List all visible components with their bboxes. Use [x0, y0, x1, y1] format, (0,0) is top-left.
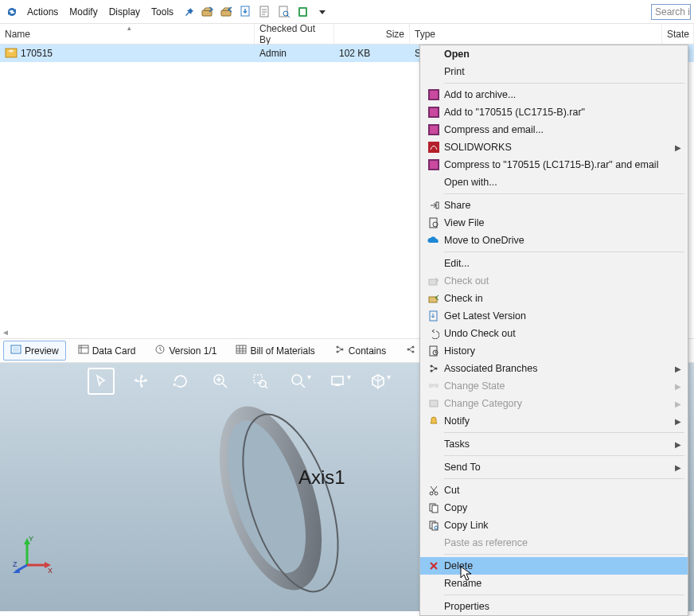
svg-rect-43 — [430, 126, 438, 134]
svg-marker-36 — [13, 568, 20, 573]
select-tool-icon[interactable] — [88, 368, 115, 395]
part-preview-graphic — [211, 395, 346, 602]
share-icon — [423, 200, 444, 211]
bell-icon — [423, 415, 444, 427]
svg-rect-25 — [335, 384, 340, 386]
preview-toolbar: ▾ ▾ ▾ — [88, 368, 393, 395]
zoom-area-tool-icon[interactable] — [247, 368, 274, 395]
copy-link-icon — [423, 520, 444, 531]
bom-icon — [236, 344, 247, 357]
display-style-tool-icon[interactable]: ▾ — [326, 368, 353, 395]
delete-icon — [423, 561, 444, 571]
doc-icon[interactable] — [256, 3, 274, 21]
tab-preview-label: Preview — [25, 345, 59, 357]
svg-rect-60 — [430, 400, 438, 407]
column-name-label: Name — [5, 29, 30, 40]
file-name: 170515 — [21, 48, 53, 59]
menu-tools[interactable]: Tools — [146, 3, 178, 21]
svg-rect-39 — [430, 91, 438, 99]
change-category-icon — [423, 398, 444, 409]
ctx-delete[interactable]: Delete — [420, 557, 688, 575]
checkin-icon — [423, 293, 444, 304]
ctx-check-out: Check out — [420, 272, 688, 290]
ctx-open[interactable]: Open — [420, 45, 688, 63]
menu-display[interactable]: Display — [104, 3, 145, 21]
ctx-edit[interactable]: Edit... — [420, 255, 688, 272]
ctx-rename[interactable]: Rename — [420, 575, 688, 592]
ctx-cut[interactable]: Cut — [420, 481, 688, 499]
dropdown-icon[interactable] — [314, 3, 331, 21]
ctx-history[interactable]: History — [420, 342, 688, 360]
ctx-check-in[interactable]: Check in — [420, 290, 688, 307]
rar-icon — [423, 124, 444, 135]
ctx-compress-named-email[interactable]: Compress to "170515 (LC1715-B).rar" and … — [420, 156, 688, 173]
checkout-icon[interactable] — [199, 3, 216, 21]
column-checked-out-by[interactable]: Checked Out By — [255, 24, 334, 44]
version-icon — [154, 344, 166, 357]
menu-modify[interactable]: Modify — [64, 3, 102, 21]
checkin-icon[interactable] — [218, 3, 236, 21]
tab-bom-label: Bill of Materials — [250, 345, 314, 357]
ctx-paste-reference: Paste as reference — [420, 534, 688, 552]
copy-icon — [423, 502, 444, 513]
data-card-icon — [78, 344, 89, 357]
ctx-move-onedrive[interactable]: Move to OneDrive — [420, 232, 688, 249]
ctx-associated-branches[interactable]: Associated Branches▶ — [420, 360, 688, 377]
file-size: 102 KB — [334, 48, 410, 59]
ctx-open-with[interactable]: Open with... — [420, 173, 688, 191]
pan-tool-icon[interactable] — [127, 368, 154, 395]
ctx-copy-link[interactable]: Copy Link — [420, 517, 688, 534]
svg-rect-59 — [435, 384, 439, 388]
ctx-add-archive[interactable]: Add to archive... — [420, 86, 688, 103]
ctx-compress-email[interactable]: Compress and email... — [420, 121, 688, 138]
book-icon[interactable] — [294, 3, 312, 21]
tab-preview[interactable]: Preview — [3, 341, 66, 361]
svg-rect-1 — [221, 10, 231, 16]
refresh-icon[interactable] — [3, 3, 21, 21]
ctx-share[interactable]: Share — [420, 197, 688, 214]
ctx-send-to[interactable]: Send To▶ — [420, 458, 688, 476]
pin-icon[interactable] — [180, 3, 197, 21]
ctx-undo-checkout[interactable]: Undo Check out — [420, 325, 688, 342]
tab-contains-label: Contains — [349, 345, 386, 357]
ctx-tasks[interactable]: Tasks▶ — [420, 435, 688, 453]
sort-asc-icon: ▴ — [127, 24, 131, 32]
tab-version-label: Version 1/1 — [169, 345, 216, 357]
svg-rect-11 — [79, 345, 88, 353]
file-checked-out-by: Admin — [255, 48, 334, 59]
tab-data-card[interactable]: Data Card — [71, 341, 143, 361]
get-icon[interactable] — [237, 3, 255, 21]
tab-bom[interactable]: Bill of Materials — [228, 341, 322, 361]
scroll-left-icon[interactable]: ◄ — [2, 328, 10, 337]
rotate-tool-icon[interactable] — [167, 368, 194, 395]
column-type[interactable]: Type — [410, 24, 662, 44]
tab-contains[interactable]: Contains — [327, 341, 393, 361]
svg-point-22 — [259, 380, 266, 387]
doc-search-icon[interactable] — [275, 3, 293, 21]
tab-version[interactable]: Version 1/1 — [147, 341, 224, 361]
cut-icon — [423, 485, 444, 496]
ctx-add-named-rar[interactable]: Add to "170515 (LC1715-B).rar" — [420, 103, 688, 121]
svg-rect-13 — [236, 345, 246, 353]
column-state[interactable]: State — [662, 24, 694, 44]
zoom-fit-tool-icon[interactable]: ▾ — [287, 368, 314, 395]
rar-icon — [423, 107, 444, 118]
ctx-get-latest[interactable]: Get Latest Version — [420, 307, 688, 325]
where-used-icon — [405, 344, 416, 357]
ctx-notify[interactable]: Notify▶ — [420, 412, 688, 430]
get-latest-icon — [423, 310, 444, 322]
search-input[interactable]: Search in — [651, 4, 691, 20]
ctx-view-file[interactable]: View File — [420, 214, 688, 232]
ctx-copy[interactable]: Copy — [420, 499, 688, 517]
zoom-in-tool-icon[interactable] — [207, 368, 234, 395]
menu-actions[interactable]: Actions — [22, 3, 63, 21]
column-name[interactable]: Name ▴ — [0, 24, 255, 44]
column-size[interactable]: Size — [334, 24, 410, 44]
ctx-properties[interactable]: Properties — [420, 598, 688, 615]
ctx-print[interactable]: Print — [420, 63, 688, 80]
view-orientation-tool-icon[interactable]: ▾ — [366, 368, 393, 395]
svg-text:X: X — [48, 567, 53, 573]
svg-rect-46 — [430, 161, 438, 169]
ctx-solidworks[interactable]: SOLIDWORKS▶ — [420, 138, 688, 156]
svg-rect-44 — [428, 142, 439, 153]
